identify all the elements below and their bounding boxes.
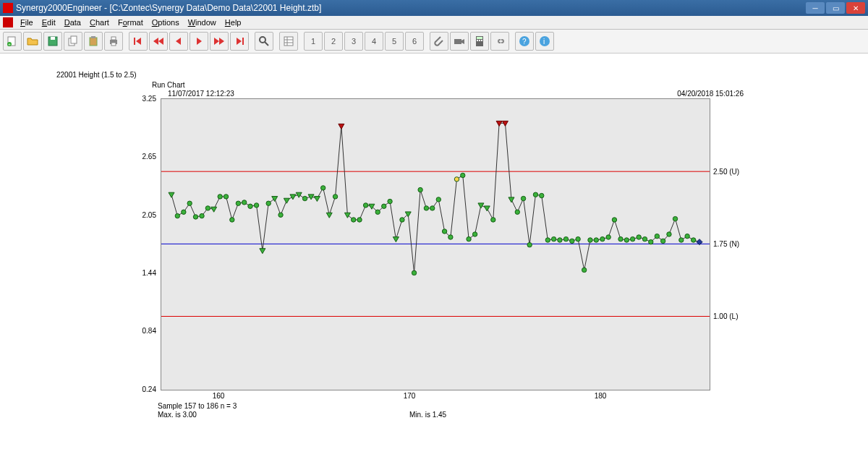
- data-point[interactable]: [545, 238, 550, 242]
- data-point[interactable]: [363, 203, 367, 208]
- data-point[interactable]: [618, 236, 623, 241]
- data-point[interactable]: [454, 177, 459, 181]
- menu-options[interactable]: Options: [148, 17, 184, 27]
- toolbar-new-button[interactable]: +: [3, 32, 22, 51]
- data-point[interactable]: [533, 192, 537, 197]
- data-point[interactable]: [424, 206, 428, 210]
- data-point[interactable]: [600, 236, 605, 241]
- data-point[interactable]: [442, 229, 446, 234]
- data-point[interactable]: [478, 203, 484, 208]
- data-point[interactable]: [230, 218, 234, 222]
- toolbar-calc-button[interactable]: [470, 32, 489, 51]
- data-point[interactable]: [606, 235, 610, 239]
- data-point[interactable]: [467, 236, 471, 241]
- toolbar-open-button[interactable]: [23, 32, 42, 51]
- data-point[interactable]: [436, 197, 441, 202]
- data-point[interactable]: [169, 192, 174, 197]
- window-close-button[interactable]: ✕: [846, 2, 865, 14]
- data-point[interactable]: [551, 236, 556, 241]
- data-point[interactable]: [187, 201, 192, 205]
- toolbar-prev-button[interactable]: [169, 32, 188, 51]
- toolbar-n1-button[interactable]: 1: [304, 32, 323, 51]
- toolbar-n4-button[interactable]: 4: [365, 32, 383, 51]
- data-point[interactable]: [540, 193, 544, 197]
- data-point[interactable]: [461, 173, 465, 177]
- data-point[interactable]: [660, 239, 665, 243]
- data-point[interactable]: [393, 237, 399, 242]
- data-point[interactable]: [642, 236, 647, 241]
- data-point[interactable]: [382, 204, 386, 208]
- toolbar-datasheet-button[interactable]: [279, 32, 298, 51]
- data-point[interactable]: [594, 238, 598, 242]
- data-point[interactable]: [667, 232, 671, 236]
- data-point[interactable]: [352, 218, 356, 222]
- data-point[interactable]: [314, 197, 320, 202]
- toolbar-rewind-button[interactable]: [149, 32, 168, 51]
- data-point[interactable]: [266, 201, 271, 205]
- toolbar-next-button[interactable]: [190, 32, 208, 51]
- window-maximize-button[interactable]: ▭: [826, 2, 845, 14]
- data-point[interactable]: [302, 196, 307, 200]
- toolbar-first-button[interactable]: [129, 32, 148, 51]
- data-point[interactable]: [570, 239, 574, 243]
- data-point[interactable]: [624, 238, 629, 242]
- window-minimize-button[interactable]: ─: [806, 2, 825, 14]
- toolbar-print-button[interactable]: [104, 32, 123, 51]
- menu-data[interactable]: Data: [60, 17, 85, 27]
- data-point[interactable]: [242, 200, 246, 205]
- data-point[interactable]: [333, 195, 337, 199]
- menu-help[interactable]: Help: [221, 17, 246, 27]
- data-point[interactable]: [320, 186, 325, 190]
- data-point[interactable]: [260, 249, 265, 254]
- data-point[interactable]: [375, 210, 380, 214]
- data-point[interactable]: [284, 198, 289, 203]
- data-point[interactable]: [357, 218, 362, 222]
- data-point[interactable]: [272, 197, 278, 202]
- data-point[interactable]: [193, 215, 197, 219]
- data-point[interactable]: [248, 204, 252, 208]
- data-point[interactable]: [582, 268, 586, 272]
- data-point[interactable]: [509, 197, 514, 202]
- data-point[interactable]: [278, 213, 283, 217]
- data-point[interactable]: [224, 195, 228, 199]
- toolbar-copy-button[interactable]: [64, 32, 82, 51]
- data-point[interactable]: [612, 218, 616, 222]
- data-point[interactable]: [175, 213, 179, 218]
- toolbar-n5-button[interactable]: 5: [385, 32, 404, 51]
- data-point[interactable]: [211, 207, 217, 212]
- data-point[interactable]: [558, 238, 562, 242]
- toolbar-help-button[interactable]: ?: [515, 32, 534, 51]
- data-point[interactable]: [290, 195, 296, 200]
- data-point[interactable]: [630, 236, 634, 241]
- data-point[interactable]: [685, 234, 689, 238]
- data-point[interactable]: [515, 210, 519, 214]
- data-point[interactable]: [527, 242, 532, 247]
- data-point[interactable]: [563, 236, 568, 241]
- data-point[interactable]: [649, 239, 653, 244]
- data-point[interactable]: [521, 196, 525, 200]
- toolbar-last-button[interactable]: [230, 32, 249, 51]
- data-point[interactable]: [344, 213, 350, 218]
- menu-chart[interactable]: Chart: [85, 17, 114, 27]
- data-point[interactable]: [200, 213, 204, 218]
- toolbar-link-button[interactable]: [490, 32, 509, 51]
- menu-window[interactable]: Window: [184, 17, 221, 27]
- toolbar-camera-button[interactable]: [450, 32, 469, 51]
- data-point[interactable]: [588, 238, 592, 242]
- toolbar-zoom-button[interactable]: [255, 32, 273, 51]
- toolbar-n2-button[interactable]: 2: [324, 32, 343, 51]
- toolbar-info-button[interactable]: i: [535, 32, 554, 51]
- data-point[interactable]: [388, 199, 392, 203]
- data-point[interactable]: [472, 232, 477, 236]
- data-point[interactable]: [430, 206, 435, 210]
- data-point[interactable]: [491, 218, 495, 222]
- data-point[interactable]: [448, 235, 453, 239]
- data-point[interactable]: [254, 203, 258, 208]
- data-point[interactable]: [218, 195, 222, 199]
- toolbar-n3-button[interactable]: 3: [344, 32, 363, 51]
- toolbar-paste-button[interactable]: [84, 32, 103, 51]
- toolbar-forward-button[interactable]: [210, 32, 229, 51]
- chart-plot-area[interactable]: [161, 98, 710, 390]
- data-point[interactable]: [679, 238, 684, 242]
- data-point[interactable]: [576, 236, 580, 241]
